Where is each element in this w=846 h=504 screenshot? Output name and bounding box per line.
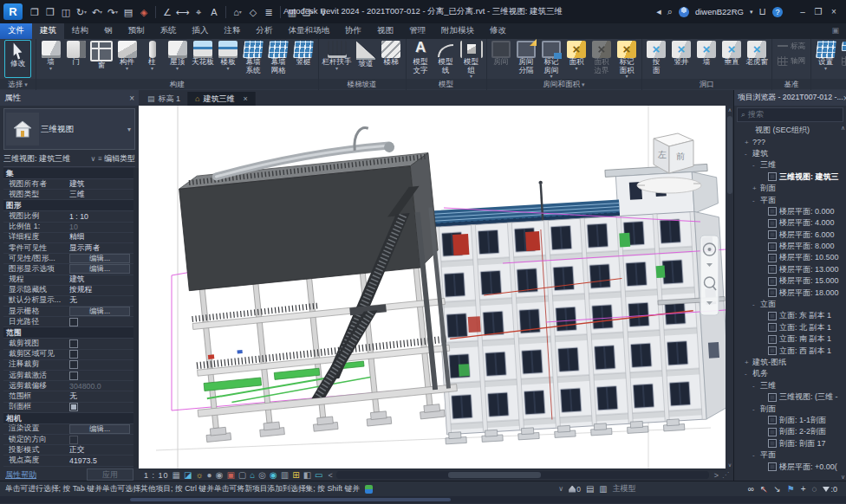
tree-item[interactable]: 立面: 北 副本 1 bbox=[734, 322, 846, 333]
select-underlay-icon[interactable]: + bbox=[801, 484, 806, 494]
user-avatar[interactable] bbox=[679, 7, 689, 17]
property-edit-button[interactable]: 编辑... bbox=[69, 254, 130, 263]
ribbon-panel-label[interactable]: 构建 bbox=[36, 79, 318, 89]
help-icon[interactable]: ? bbox=[772, 7, 783, 17]
tree-item[interactable]: 楼层平面: 10.500 bbox=[734, 252, 846, 263]
worksharing-link-icon[interactable]: ∞ bbox=[748, 484, 754, 494]
search-icon[interactable]: ⌕ bbox=[667, 6, 673, 17]
selection-box-icon[interactable]: ▭ bbox=[315, 469, 322, 481]
close-properties-icon[interactable]: × bbox=[129, 94, 134, 103]
property-group-header[interactable]: 集 bbox=[3, 168, 133, 179]
customize-qat-icon[interactable]: ∨ bbox=[316, 4, 330, 20]
edit-type-button[interactable]: 编辑类型 bbox=[104, 153, 135, 165]
ribbon-tool[interactable]: 老虎窗 bbox=[745, 39, 771, 79]
ribbon-tab[interactable]: 附加模块 bbox=[433, 23, 482, 39]
ribbon-tool[interactable]: 柱 bbox=[140, 39, 165, 79]
displace-elements-icon[interactable]: ◧ bbox=[303, 469, 311, 481]
ribbon-tab[interactable]: 系统 bbox=[153, 23, 185, 39]
ribbon-tool[interactable]: 房间 分隔 bbox=[514, 39, 539, 79]
close-view-tab-icon[interactable]: × bbox=[243, 94, 247, 103]
ribbon-tool[interactable]: 窗 bbox=[88, 39, 114, 79]
separator[interactable] bbox=[155, 6, 156, 18]
temporary-hide-isolate-icon[interactable]: ◎ bbox=[258, 469, 266, 481]
ribbon-panel-label[interactable]: 选择▾ bbox=[0, 79, 36, 89]
viewcube[interactable]: 左 前 bbox=[637, 133, 701, 193]
close-button[interactable]: × bbox=[827, 4, 841, 20]
separator[interactable] bbox=[280, 6, 281, 18]
tree-expander[interactable]: - bbox=[752, 197, 758, 204]
property-checkbox[interactable] bbox=[69, 350, 78, 359]
ribbon-panel-label[interactable]: 工作平面 bbox=[811, 79, 846, 89]
shadows-icon[interactable]: ● bbox=[207, 469, 212, 481]
drawing-area[interactable]: 左 前 ∧∨ bbox=[139, 106, 734, 468]
collapse-search-icon[interactable]: ◂ bbox=[656, 6, 661, 17]
tree-item[interactable]: 视图 (SEC组织) bbox=[734, 125, 846, 136]
ribbon-tool[interactable]: 标记 房间 bbox=[539, 39, 564, 79]
save-icon[interactable]: ◫ bbox=[59, 4, 73, 20]
transfer-icon[interactable]: ◈ bbox=[137, 4, 151, 20]
tree-expander[interactable]: + bbox=[745, 359, 750, 366]
open-file-icon[interactable]: ❒ bbox=[43, 4, 57, 20]
ribbon-tool[interactable]: 轴网 bbox=[774, 54, 809, 68]
crop-region-icon[interactable]: ▢ bbox=[238, 469, 246, 481]
redo-icon[interactable]: ↷ bbox=[106, 4, 120, 20]
sync-icon[interactable]: ↻ bbox=[75, 4, 88, 20]
ribbon-tab[interactable]: 文件 bbox=[0, 23, 32, 39]
ribbon-panel-label[interactable]: 基准 bbox=[772, 79, 810, 89]
ribbon-tool[interactable]: 门 bbox=[63, 39, 88, 79]
ribbon-tab[interactable]: 插入 bbox=[185, 23, 217, 39]
tree-item[interactable]: 楼层平面: 13.000 bbox=[734, 264, 846, 275]
ribbon-tool[interactable]: 坡道 bbox=[354, 39, 379, 79]
tree-item[interactable]: - 三维 bbox=[734, 380, 846, 391]
section-icon[interactable]: ◇ bbox=[246, 4, 260, 20]
resize-grip[interactable]: ⋰ bbox=[722, 471, 729, 479]
thin-lines-icon[interactable]: ≣ bbox=[262, 4, 276, 20]
ribbon-tab[interactable]: 体量和场地 bbox=[281, 23, 338, 39]
ribbon-tool[interactable]: 模型 组 bbox=[459, 39, 485, 79]
ribbon-tool[interactable]: 墙 bbox=[694, 39, 719, 79]
property-checkbox[interactable] bbox=[69, 436, 78, 444]
username[interactable]: diwenB22RG bbox=[695, 7, 744, 16]
filter-icon[interactable]: :0 bbox=[823, 485, 837, 494]
property-value[interactable]: 1 : 10 bbox=[69, 212, 133, 221]
tree-item[interactable]: 剖面: 剖面 17 bbox=[734, 438, 846, 449]
tree-item[interactable]: 楼层平面: 6.000 bbox=[734, 229, 846, 241]
view-tab[interactable]: ⌂ 建筑三维 × bbox=[188, 92, 256, 106]
ribbon-tool[interactable]: 修改 bbox=[4, 40, 31, 78]
tree-expander[interactable]: + bbox=[752, 184, 758, 192]
property-value[interactable]: 建筑 bbox=[69, 275, 133, 285]
ribbon-tab[interactable]: 建筑 bbox=[32, 23, 64, 39]
tree-item[interactable]: - 机务 bbox=[734, 368, 846, 379]
statusbar-expand-icon[interactable]: ∨ bbox=[558, 485, 563, 493]
temporary-view-properties-icon[interactable]: ⊞ bbox=[292, 469, 299, 481]
ribbon-tool[interactable]: 屋顶 bbox=[165, 39, 190, 79]
property-group-header[interactable]: 范围 bbox=[3, 327, 133, 339]
exclude-options-icon[interactable]: ↖ bbox=[760, 484, 767, 494]
type-selector[interactable]: 三维视图 ▾ bbox=[3, 108, 135, 150]
tree-scroll-down-icon[interactable]: ∨ bbox=[841, 474, 845, 481]
tree-item[interactable]: 楼层平面: 15.000 bbox=[734, 275, 846, 287]
ribbon-tool[interactable]: 标高 bbox=[774, 39, 809, 54]
property-edit-button[interactable]: 编辑... bbox=[69, 264, 130, 274]
tree-item[interactable]: 楼层平面: +0.00( bbox=[734, 461, 846, 472]
ribbon-panel-label[interactable]: 楼梯坡道 bbox=[319, 79, 406, 89]
close-hidden-windows-icon[interactable]: ▥ bbox=[285, 4, 299, 20]
ribbon-tab[interactable]: 分析 bbox=[249, 23, 281, 39]
property-value[interactable]: 精细 bbox=[69, 232, 133, 242]
browser-search-input[interactable]: ⌕ 搜索 bbox=[737, 107, 843, 122]
tree-item[interactable]: 楼层平面: 18.000 bbox=[734, 287, 846, 298]
editing-requests-icon[interactable]: 0 bbox=[569, 485, 581, 494]
expand-control-bar-icon[interactable]: > bbox=[714, 471, 719, 480]
ribbon-tab[interactable]: 结构 bbox=[64, 23, 96, 39]
ribbon-tool[interactable]: 楼梯 bbox=[379, 39, 404, 79]
tree-item[interactable]: + 建筑-图纸 bbox=[734, 357, 846, 368]
lock-3d-view-icon[interactable]: ⌂ bbox=[250, 469, 255, 481]
tree-item[interactable]: + ??? bbox=[734, 136, 846, 147]
print-icon[interactable]: ▤ bbox=[121, 4, 135, 20]
reveal-hidden-elements-icon[interactable]: ◉ bbox=[270, 469, 277, 481]
user-menu-caret-icon[interactable]: ▾ bbox=[750, 9, 753, 16]
property-value[interactable]: 304800.0 bbox=[69, 382, 133, 391]
tree-item[interactable]: 立面: 东 副本 1 bbox=[734, 310, 846, 321]
tree-expander[interactable]: - bbox=[752, 382, 758, 390]
minimize-button[interactable]: – bbox=[796, 4, 810, 20]
